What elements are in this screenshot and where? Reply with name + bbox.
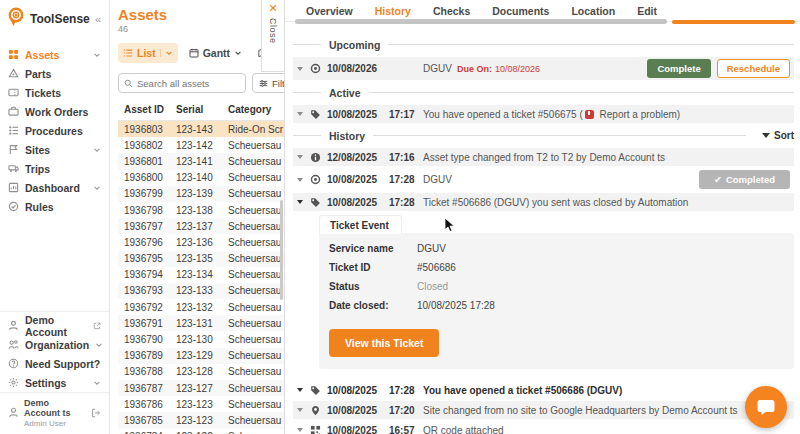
sidebar-item-dashboard[interactable]: Dashboard <box>0 178 109 197</box>
tab-history[interactable]: History <box>364 0 422 21</box>
header-asset-id[interactable]: Asset ID <box>118 104 176 115</box>
expand-chevron-icon[interactable] <box>297 200 310 204</box>
asset-search[interactable] <box>118 73 246 93</box>
tab-location[interactable]: Location <box>560 0 626 21</box>
logout-icon[interactable] <box>91 404 101 422</box>
gear-icon <box>8 377 19 388</box>
due-date: 10/08/2026 <box>495 64 540 74</box>
gantt-view-button[interactable]: Gantt <box>184 43 247 63</box>
filter-sliders-icon <box>259 79 268 88</box>
expand-chevron-icon[interactable] <box>297 428 310 432</box>
reschedule-button[interactable]: Reschedule <box>717 59 790 78</box>
expand-chevron-icon[interactable] <box>297 155 310 159</box>
sites-icon <box>8 144 19 155</box>
ticket-card-fields: Service name DGUV Ticket ID #506686 Stat… <box>329 243 782 311</box>
expand-chevron-icon[interactable] <box>297 388 310 392</box>
timeline-event-row[interactable]: 10/08/2025 17:17 You have opened a ticke… <box>293 105 794 123</box>
asset-table-row[interactable]: 1936797 123-137 Scheuersau <box>118 218 284 234</box>
list-view-button[interactable]: List <box>118 43 178 63</box>
close-icon[interactable]: ✕ <box>268 3 277 14</box>
asset-table-row[interactable]: 1936795 123-135 Scheuersau <box>118 251 284 267</box>
header-category[interactable]: Category <box>228 104 284 115</box>
asset-table-row[interactable]: 1936788 123-128 Scheuersau <box>118 364 284 380</box>
sidebar-item-assets[interactable]: Assets <box>0 45 109 64</box>
asset-table-row[interactable]: 1936796 123-136 Scheuersau <box>118 234 284 250</box>
asset-table-row[interactable]: 1936785 123-123 Scheuersau <box>118 412 284 428</box>
target-icon <box>310 63 327 74</box>
header-serial[interactable]: Serial <box>176 104 228 115</box>
filter-button[interactable]: Filter <box>252 73 284 93</box>
search-input[interactable] <box>137 78 240 89</box>
orange-scroll-segment[interactable] <box>672 20 795 24</box>
drawer-close-button[interactable]: ✕ Close <box>261 0 284 72</box>
timeline-event-row[interactable]: 10/08/2025 17:28 You have opened a ticke… <box>293 381 794 399</box>
asset-table-row[interactable]: 1936789 123-129 Scheuersau <box>118 348 284 364</box>
asset-table-row[interactable]: 1936791 123-131 Scheuersau <box>118 315 284 331</box>
sidebar-item-trips[interactable]: Trips <box>0 159 109 178</box>
asset-table-row[interactable]: 1936792 123-132 Scheuersau <box>118 299 284 315</box>
view-ticket-button[interactable]: View this Ticket <box>329 329 439 357</box>
asset-table-row[interactable]: 1936803 123-143 Ride-On Scr <box>118 121 284 137</box>
app-root: ToolSense « Assets Parts Tickets Work Or… <box>0 0 800 434</box>
chevron-down-icon <box>93 377 101 389</box>
sidebar-item-procedures[interactable]: Procedures <box>0 121 109 140</box>
asset-table-row[interactable]: 1936798 123-138 Scheuersau <box>118 202 284 218</box>
asset-table-row[interactable]: 1936801 123-141 Scheuersau <box>118 153 284 169</box>
horizontal-scrollbar[interactable] <box>295 19 667 24</box>
footer-item-demo-account[interactable]: Demo Account <box>0 316 109 335</box>
chat-fab-button[interactable] <box>745 386 787 428</box>
asset-table-row[interactable]: 1936800 123-140 Scheuersau <box>118 170 284 186</box>
tickets-icon <box>8 87 19 98</box>
ticket-card-field: Status Closed <box>329 281 782 292</box>
asset-table-row[interactable]: 1936793 123-133 Scheuersau <box>118 283 284 299</box>
view-switcher: List Gantt Map <box>118 43 284 63</box>
footer-item-need-support-[interactable]: Need Support? <box>0 354 109 373</box>
timeline-event-row[interactable]: 10/08/2026 DGUVDue On:10/08/2026 Complet… <box>293 57 794 80</box>
sidebar-item-rules[interactable]: Rules <box>0 197 109 216</box>
asset-table-row[interactable]: 1936786 123-123 Scheuersau <box>118 396 284 412</box>
complete-button[interactable]: Complete <box>647 59 710 78</box>
external-link-icon <box>93 320 101 332</box>
asset-table-row[interactable]: 1936787 123-127 Scheuersau <box>118 380 284 396</box>
asset-table-header: Asset ID Serial Category <box>118 101 284 121</box>
expand-chevron-icon[interactable] <box>297 67 310 71</box>
timeline-event-row[interactable]: 10/08/2025 17:28 DGUV ✔Completed <box>293 168 794 191</box>
sidebar-item-work-orders[interactable]: Work Orders <box>0 102 109 121</box>
list-icon <box>123 48 133 58</box>
sidebar-item-tickets[interactable]: Tickets <box>0 83 109 102</box>
target-icon <box>310 174 327 185</box>
sidebar-item-parts[interactable]: Parts <box>0 64 109 83</box>
tab-checks[interactable]: Checks <box>422 0 481 21</box>
vertical-scrollbar-thumb[interactable] <box>280 200 283 300</box>
procedures-icon <box>8 125 19 136</box>
tab-edit[interactable]: Edit <box>626 0 668 21</box>
asset-table-row[interactable]: 1936799 123-139 Scheuersau <box>118 186 284 202</box>
sidebar-collapse-icon[interactable]: « <box>95 13 103 25</box>
asset-table-row[interactable]: 1936802 123-142 Scheuersau <box>118 137 284 153</box>
tag-icon <box>310 385 327 396</box>
timeline-event-row[interactable]: 10/08/2025 16:57 QR code attached <box>293 421 794 434</box>
chevron-down-icon <box>160 49 173 57</box>
ticket-card-title: Ticket Event <box>319 215 402 234</box>
sidebar-item-sites[interactable]: Sites <box>0 140 109 159</box>
expand-chevron-icon[interactable] <box>297 408 310 412</box>
tab-documents[interactable]: Documents <box>481 0 560 21</box>
asset-table-row[interactable]: 1936790 123-130 Scheuersau <box>118 331 284 347</box>
rules-icon <box>8 201 19 212</box>
user-row[interactable]: Demo Account ts Admin User <box>0 392 109 434</box>
footer-item-organization[interactable]: Organization <box>0 335 109 354</box>
timeline-event-row[interactable]: 12/08/2025 17:16 Asset type changed from… <box>293 148 794 166</box>
tab-overview[interactable]: Overview <box>295 0 364 21</box>
footer-item-settings[interactable]: Settings <box>0 373 109 392</box>
expand-chevron-icon[interactable] <box>297 178 310 182</box>
asset-table-row[interactable]: 1936794 123-134 Scheuersau <box>118 267 284 283</box>
sort-control[interactable]: Sort <box>754 130 794 141</box>
expand-chevron-icon[interactable] <box>297 112 310 116</box>
user-name: Demo Account ts <box>24 398 86 419</box>
help-icon <box>8 358 19 369</box>
sidebar-nav: Assets Parts Tickets Work Orders Procedu… <box>0 39 109 216</box>
timeline-event-row[interactable]: 10/08/2025 17:20 Site changed from no si… <box>293 401 794 419</box>
asset-table-row[interactable]: 1936784 123-122 Scheuersau <box>118 429 284 434</box>
timeline-event-row[interactable]: 10/08/2025 17:28 Ticket #506686 (DGUV) y… <box>293 193 794 211</box>
parts-icon <box>8 68 19 79</box>
